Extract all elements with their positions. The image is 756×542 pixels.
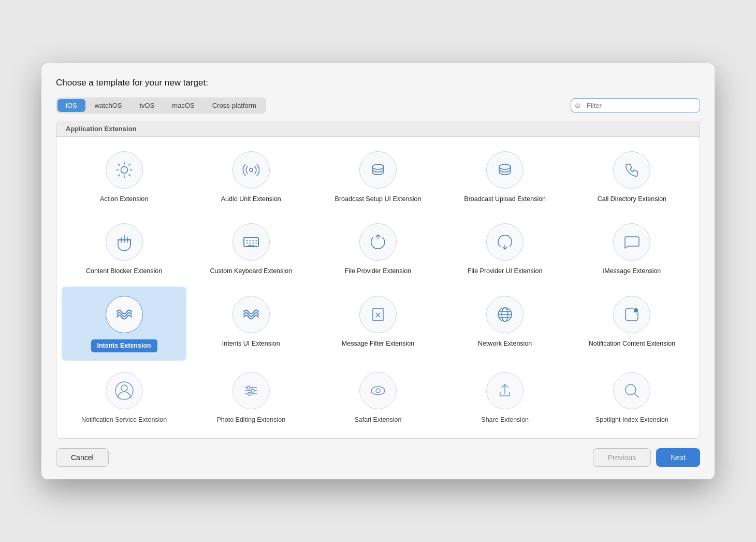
share-label: Share Extension [481,416,529,425]
tab-watchos[interactable]: watchOS [86,99,130,112]
tab-tvos[interactable]: tvOS [131,99,163,112]
previous-button[interactable]: Previous [593,448,651,467]
broadcast-setup-icon-circle [359,151,397,189]
notification-content-icon-circle [613,296,650,333]
item-notification-service[interactable]: Notification Service Extension [62,363,186,433]
svg-point-1 [250,168,253,172]
broadcast-icon [241,160,261,180]
intents-icon-circle [106,296,143,333]
file-provider-label: File Provider Extension [345,267,412,276]
audio-unit-icon-circle [232,151,270,189]
item-imessage[interactable]: iMessage Extension [570,214,694,284]
photo-editing-label: Photo Editing Extension [216,416,285,425]
svg-point-31 [247,386,250,389]
template-grid: Action Extension Audio Unit Extension [56,137,700,438]
action-icon-circle [106,151,143,189]
call-directory-label: Call Directory Extension [598,195,666,204]
action-label: Action Extension [100,195,148,204]
custom-keyboard-label: Custom Keyboard Extension [210,267,292,276]
bubble-icon [622,232,642,252]
item-broadcast-setup[interactable]: Broadcast Setup UI Extension [315,142,440,212]
intents-ui-label: Intents UI Extension [222,339,280,349]
item-message-filter[interactable]: Message Filter Extension [315,287,440,361]
svg-point-33 [248,392,251,395]
call-directory-icon-circle [613,151,650,189]
item-network[interactable]: Network Extension [443,287,568,361]
tab-bar: iOS watchOS tvOS macOS Cross-platform ⊜ [56,97,700,113]
item-content-blocker[interactable]: Content Blocker Extension [62,214,186,284]
dialog-title: Choose a template for your new target: [56,78,700,88]
magnify-icon [622,381,642,401]
section-header: Application Extension [56,121,700,137]
notif-circle-icon [622,305,642,324]
safari-label: Safari Extension [354,416,401,425]
tab-macos[interactable]: macOS [164,99,202,112]
file-provider-ui-label: File Provider UI Extension [468,267,543,276]
footer-right: Previous Next [593,448,700,467]
svg-rect-4 [118,239,130,240]
file-provider-ui-icon-circle [486,223,524,261]
filter-icon: ⊜ [575,102,580,109]
xfile-icon [368,305,388,324]
item-intents-ui[interactable]: Intents UI Extension [188,287,313,361]
item-broadcast-upload[interactable]: Broadcast Upload Extension [443,142,568,212]
photo-editing-icon-circle [232,372,270,409]
item-notification-content[interactable]: Notification Content Extension [570,287,694,361]
keyboard-icon [241,232,261,252]
svg-point-27 [115,382,133,400]
waves-icon [114,305,134,324]
item-action[interactable]: Action Extension [62,142,186,212]
notification-service-label: Notification Service Extension [81,416,167,425]
phone-icon [622,160,642,180]
item-photo-editing[interactable]: Photo Editing Extension [188,363,313,433]
broadcast-upload-label: Broadcast Upload Extension [464,195,546,204]
cancel-button[interactable]: Cancel [56,448,109,467]
message-filter-icon-circle [359,296,397,333]
tabs-group: iOS watchOS tvOS macOS Cross-platform [56,97,266,113]
refresh2-icon [495,232,515,252]
dialog: Choose a template for your new target: i… [41,63,715,479]
share-icon [495,381,515,401]
svg-line-37 [634,393,638,397]
broadcast-setup-label: Broadcast Setup UI Extension [335,195,421,204]
person-circle-icon [114,381,134,401]
sliders-icon [241,381,261,401]
tab-ios[interactable]: iOS [57,99,85,112]
content-area: Application Extension Action Extension [56,121,700,439]
item-safari[interactable]: Safari Extension [315,363,440,433]
svg-point-32 [251,389,254,392]
item-spotlight[interactable]: Spotlight Index Extension [570,363,694,433]
filter-input[interactable] [571,98,700,112]
network-label: Network Extension [478,339,532,349]
share-icon-circle [486,372,524,409]
item-file-provider[interactable]: File Provider Extension [315,214,440,284]
custom-keyboard-icon-circle [232,223,270,261]
intents-label: Intents Extension [91,339,157,353]
filter-wrap: ⊜ [571,98,700,112]
spotlight-label: Spotlight Index Extension [595,416,668,425]
item-audio-unit[interactable]: Audio Unit Extension [188,142,313,212]
item-call-directory[interactable]: Call Directory Extension [570,142,694,212]
svg-point-0 [121,166,127,173]
eye-icon [368,381,388,401]
tab-crossplatform[interactable]: Cross-platform [204,99,265,112]
item-share[interactable]: Share Extension [443,363,568,433]
item-custom-keyboard[interactable]: Custom Keyboard Extension [188,214,313,284]
content-blocker-icon-circle [106,223,143,261]
item-file-provider-ui[interactable]: File Provider UI Extension [443,214,568,284]
svg-point-3 [499,164,511,169]
refresh-icon [368,232,388,252]
intents-ui-icon-circle [232,296,270,333]
next-button[interactable]: Next [656,448,700,467]
svg-point-25 [633,308,638,313]
item-intents[interactable]: Intents Extension [62,287,186,361]
layers2-icon [495,160,515,180]
audio-unit-label: Audio Unit Extension [221,195,281,204]
waves2-icon [241,305,261,324]
svg-point-26 [121,385,127,391]
svg-point-35 [376,389,380,393]
notification-service-icon-circle [106,372,143,409]
globe-icon [495,305,515,324]
svg-point-34 [371,387,385,395]
message-filter-label: Message Filter Extension [342,339,414,349]
